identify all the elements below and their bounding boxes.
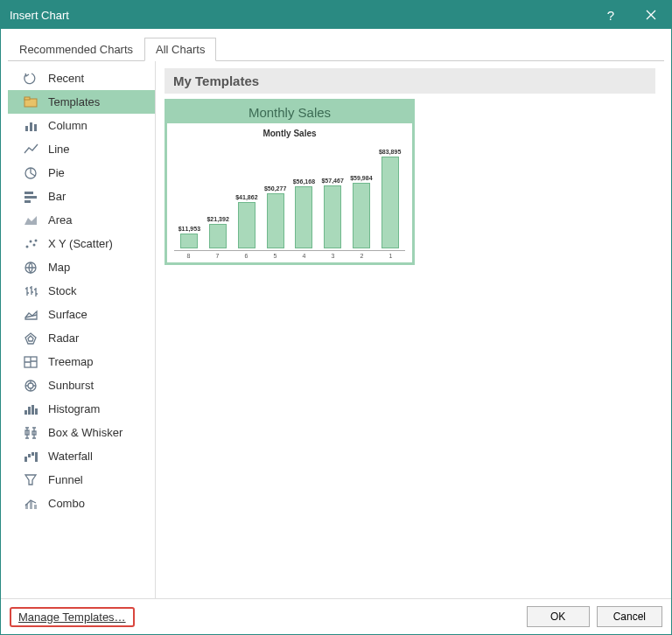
sidebar-item-sunburst[interactable]: Sunburst [8,373,155,397]
chart-x-tick: 2 [347,253,376,259]
sidebar-item-radar[interactable]: Radar [8,326,155,350]
insert-chart-dialog: Insert Chart ? Recommended Charts All Ch… [0,0,672,635]
sidebar-item-treemap[interactable]: Treemap [8,350,155,373]
chart-bar-label: $21,392 [206,216,228,222]
chart-x-tick: 6 [232,253,261,259]
sidebar-item-label: Funnel [48,473,83,486]
content-area: RecentTemplatesColumnLinePieBarAreaX Y (… [8,61,664,598]
dialog-footer: Manage Templates… OK Cancel [1,598,671,634]
chart-x-tick: 7 [203,253,232,259]
sidebar-item-waterfall[interactable]: Waterfall [8,444,155,468]
sidebar-item-label: Recent [48,72,84,85]
sidebar-item-label: Pie [48,166,65,179]
chart-x-tick: 4 [290,253,318,259]
sidebar-item-label: Area [48,213,72,227]
sidebar-item-map[interactable]: Map [8,255,155,279]
sidebar-item-label: Combo [48,497,85,510]
sidebar-item-box-whisker[interactable]: Box & Whisker [8,421,155,444]
chart-bars: $11,953$21,392$41,862$50,277$56,168$57,4… [174,143,405,248]
chart-bar-label: $83,895 [379,149,401,155]
svg-rect-17 [24,410,27,415]
column-icon [22,118,41,134]
sidebar-item-combo[interactable]: Combo [8,492,155,515]
templates-icon [22,94,41,110]
chart-bar-label: $41,862 [235,194,257,200]
titlebar: Insert Chart ? [1,1,671,29]
chart-x-tick: 5 [261,253,290,259]
chart-bar-label: $11,953 [178,226,200,232]
sidebar-item-bar[interactable]: Bar [8,185,155,208]
stock-icon [22,283,41,299]
manage-templates-highlight: Manage Templates… [10,607,135,627]
template-name: Monthly Sales [167,101,412,123]
chart-x-tick: 8 [174,253,203,259]
chart-x-tick: 1 [376,253,405,259]
pie-icon [22,165,41,181]
sidebar-item-label: Bar [48,190,66,203]
chart-bar-rect [353,183,370,248]
sidebar-item-label: Map [48,261,70,274]
sidebar-item-surface[interactable]: Surface [8,303,155,326]
chart-bar-rect [267,193,284,248]
sidebar-item-pie[interactable]: Pie [8,161,155,185]
svg-rect-26 [35,452,38,462]
help-button[interactable]: ? [591,1,631,29]
chart-bar-rect [180,234,198,248]
sunburst-icon [22,378,41,394]
tabstrip: Recommended Charts All Charts [8,36,664,61]
tab-recommended-charts[interactable]: Recommended Charts [8,38,144,61]
svg-rect-3 [30,122,32,131]
svg-rect-24 [28,454,31,457]
svg-point-12 [35,239,38,241]
sidebar-item-stock[interactable]: Stock [8,279,155,303]
map-icon [22,260,41,276]
chart-preview: Montly Sales $11,953$21,392$41,862$50,27… [167,123,412,262]
svg-rect-28 [30,501,32,509]
sidebar-item-x-y-scatter-[interactable]: X Y (Scatter) [8,232,155,255]
chart-bar-rect [324,185,341,248]
chart-bar: $59,984 [350,175,374,248]
treemap-icon [22,354,41,370]
chart-bar: $56,168 [292,178,316,248]
svg-rect-18 [28,407,31,415]
sidebar-item-label: Sunburst [48,379,94,392]
sidebar-item-recent[interactable]: Recent [8,66,155,90]
svg-rect-23 [24,457,27,462]
sidebar-item-label: Line [48,143,70,156]
svg-rect-25 [32,452,34,456]
surface-icon [22,307,41,323]
sidebar-item-label: X Y (Scatter) [48,237,113,250]
tab-all-charts[interactable]: All Charts [144,38,216,61]
svg-point-9 [26,245,29,248]
line-icon [22,142,41,157]
chart-bar: $50,277 [263,185,287,248]
sidebar-item-templates[interactable]: Templates [8,90,155,114]
template-card-monthly-sales[interactable]: Monthly Sales Montly Sales $11,953$21,39… [164,99,415,265]
ok-button[interactable]: OK [527,606,590,627]
funnel-icon [22,472,41,488]
svg-rect-29 [34,505,37,509]
main-panel: My Templates Monthly Sales Montly Sales … [156,61,664,598]
sidebar-item-funnel[interactable]: Funnel [8,468,155,492]
sidebar-item-area[interactable]: Area [8,208,155,232]
svg-rect-19 [32,405,34,415]
chart-bar-label: $57,467 [321,178,343,184]
chart-bar-rect [295,186,312,248]
scatter-icon [22,236,41,252]
dialog-body: Recommended Charts All Charts RecentTemp… [1,29,671,598]
cancel-button[interactable]: Cancel [597,606,662,627]
sidebar-item-label: Waterfall [48,450,93,463]
sidebar-item-line[interactable]: Line [8,137,155,161]
chart-title: Montly Sales [174,129,405,138]
sidebar-item-histogram[interactable]: Histogram [8,397,155,421]
chart-x-axis: 87654321 [174,250,405,259]
manage-templates-link[interactable]: Manage Templates… [15,608,130,626]
window-title: Insert Chart [10,9,591,22]
chart-bar: $21,392 [206,216,230,248]
chart-bar: $11,953 [178,226,201,248]
sidebar-item-column[interactable]: Column [8,114,155,137]
close-button[interactable] [631,1,671,29]
bar-icon [22,189,41,205]
boxwhisker-icon [22,425,41,441]
svg-rect-1 [24,97,30,100]
